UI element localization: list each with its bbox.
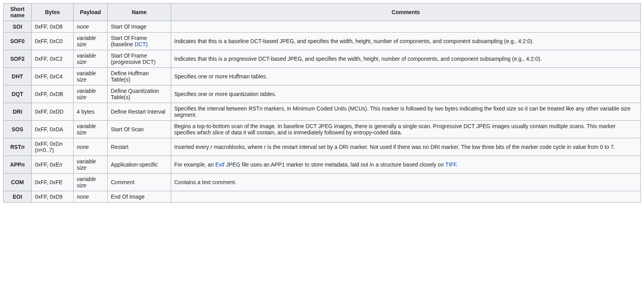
cell-bytes: 0xFF, 0xFE — [32, 174, 74, 191]
cell-comments: Contains a text comment. — [171, 174, 641, 191]
cell-name: Define Huffman Table(s) — [108, 68, 171, 85]
cell-name: Restart — [108, 138, 171, 156]
cell-short-name: COM — [4, 174, 32, 191]
cell-payload: variable size — [74, 33, 108, 50]
jpeg-markers-table: Short name Bytes Payload Name Comments S… — [3, 3, 641, 203]
cell-name: Start Of Frame (baseline DCT) — [108, 33, 171, 50]
table-row: DQT0xFF, 0xDBvariable sizeDefine Quantiz… — [4, 85, 641, 103]
cell-bytes: 0xFF, 0xDn (n=0..7) — [32, 138, 74, 156]
cell-short-name: SOF0 — [4, 33, 32, 50]
header-row: Short name Bytes Payload Name Comments — [4, 4, 641, 21]
cell-payload: none — [74, 191, 108, 203]
cell-short-name: RSTn — [4, 138, 32, 156]
table-row: SOS0xFF, 0xDAvariable sizeStart Of ScanB… — [4, 121, 641, 138]
cell-comments: Begins a top-to-bottom scan of the image… — [171, 121, 641, 138]
cell-name: End Of Image — [108, 191, 171, 203]
cell-payload: variable size — [74, 121, 108, 138]
cell-payload: none — [74, 138, 108, 156]
cell-bytes: 0xFF, 0xC2 — [32, 50, 74, 68]
table-row: APPn0xFF, 0xEnvariable sizeApplication-s… — [4, 156, 641, 174]
cell-name: Application-specific — [108, 156, 171, 174]
cell-short-name: SOF2 — [4, 50, 32, 68]
cell-short-name: SOS — [4, 121, 32, 138]
cell-short-name: DRI — [4, 103, 32, 121]
cell-comments: Specifies one or more Huffman tables. — [171, 68, 641, 85]
cell-name: Comment — [108, 174, 171, 191]
cell-name: Start Of Frame (progressive DCT) — [108, 50, 171, 68]
cell-comments: Indicates that this is a progressive DCT… — [171, 50, 641, 68]
cell-bytes: 0xFF, 0xC0 — [32, 33, 74, 50]
cell-short-name: DHT — [4, 68, 32, 85]
table-row: RSTn0xFF, 0xDn (n=0..7)noneRestartInsert… — [4, 138, 641, 156]
cell-payload: variable size — [74, 85, 108, 103]
col-short-name: Short name — [4, 4, 32, 21]
cell-short-name: SOI — [4, 21, 32, 33]
cell-bytes: 0xFF, 0xDA — [32, 121, 74, 138]
cell-short-name: EOI — [4, 191, 32, 203]
col-bytes: Bytes — [32, 4, 74, 21]
cell-comments — [171, 21, 641, 33]
table-row: DRI0xFF, 0xDD4 bytesDefine Restart Inter… — [4, 103, 641, 121]
table-row: DHT0xFF, 0xC4variable sizeDefine Huffman… — [4, 68, 641, 85]
table-body: SOI0xFF, 0xD8noneStart Of ImageSOF00xFF,… — [4, 21, 641, 203]
table-row: COM0xFF, 0xFEvariable sizeCommentContain… — [4, 174, 641, 191]
cell-short-name: DQT — [4, 85, 32, 103]
cell-payload: variable size — [74, 50, 108, 68]
cell-name: Start Of Scan — [108, 121, 171, 138]
table-row: SOF20xFF, 0xC2variable sizeStart Of Fram… — [4, 50, 641, 68]
cell-bytes: 0xFF, 0xD8 — [32, 21, 74, 33]
cell-short-name: APPn — [4, 156, 32, 174]
cell-comments — [171, 191, 641, 203]
cell-payload: 4 bytes — [74, 103, 108, 121]
cell-comments: Inserted every r macroblocks, where r is… — [171, 138, 641, 156]
cell-payload: none — [74, 21, 108, 33]
cell-comments: Indicates that this is a baseline DCT-ba… — [171, 33, 641, 50]
cell-payload: variable size — [74, 174, 108, 191]
cell-name: Define Restart Interval — [108, 103, 171, 121]
cell-bytes: 0xFF, 0xDB — [32, 85, 74, 103]
cell-comments: For example, an Exif JPEG file uses an A… — [171, 156, 641, 174]
table-row: SOI0xFF, 0xD8noneStart Of Image — [4, 21, 641, 33]
table-row: SOF00xFF, 0xC0variable sizeStart Of Fram… — [4, 33, 641, 50]
cell-bytes: 0xFF, 0xEn — [32, 156, 74, 174]
col-comments: Comments — [171, 4, 641, 21]
cell-payload: variable size — [74, 156, 108, 174]
cell-bytes: 0xFF, 0xD9 — [32, 191, 74, 203]
col-name: Name — [108, 4, 171, 21]
table-row: EOI0xFF, 0xD9noneEnd Of Image — [4, 191, 641, 203]
cell-name: Start Of Image — [108, 21, 171, 33]
cell-name: Define Quantization Table(s) — [108, 85, 171, 103]
cell-comments: Specifies the interval between RSTn mark… — [171, 103, 641, 121]
cell-bytes: 0xFF, 0xDD — [32, 103, 74, 121]
cell-bytes: 0xFF, 0xC4 — [32, 68, 74, 85]
cell-payload: variable size — [74, 68, 108, 85]
col-payload: Payload — [74, 4, 108, 21]
cell-comments: Specifies one or more quantization table… — [171, 85, 641, 103]
